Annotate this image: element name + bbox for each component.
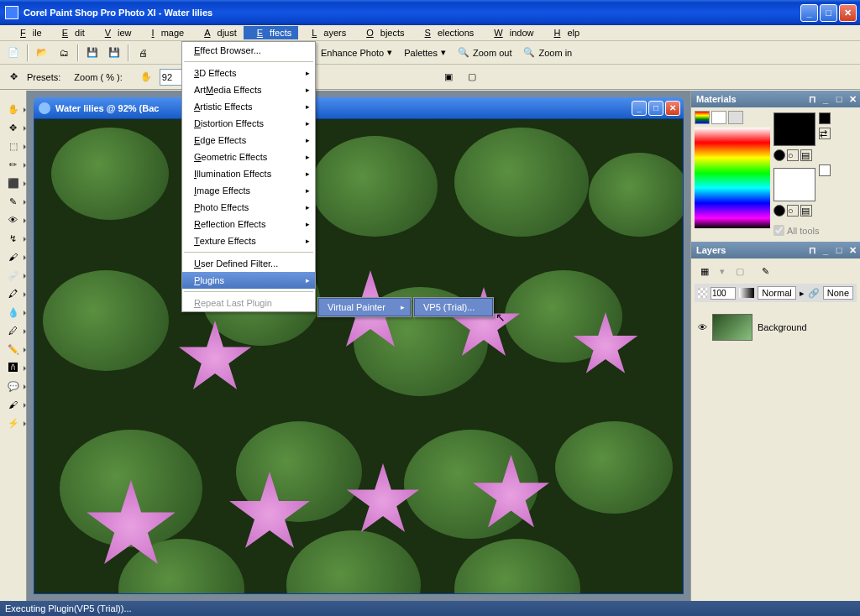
material-tab-3[interactable] (728, 111, 743, 124)
maximize-button[interactable]: □ (820, 4, 837, 22)
zoom-out-button[interactable]: 🔍 Zoom out (453, 44, 517, 62)
effects-item-reflection-effects[interactable]: Reflection Effects (182, 216, 315, 232)
effects-item-effect-browser-[interactable]: Effect Browser... (182, 42, 315, 59)
style-none-icon[interactable]: ○ (787, 149, 799, 161)
tool-13[interactable]: ✏️ (4, 341, 23, 358)
effects-item-illumination-effects[interactable]: Illumination Effects (182, 165, 315, 182)
effects-item-distortion-effects[interactable]: Distortion Effects (182, 115, 315, 132)
layer-fx-button[interactable]: ✎ (755, 262, 775, 280)
tool-0[interactable]: ✋ (4, 101, 23, 117)
material-tab-2[interactable] (711, 111, 726, 124)
menu-effects[interactable]: Effects (244, 26, 298, 39)
menu-view[interactable]: View (92, 26, 139, 39)
menu-window[interactable]: Window (480, 26, 540, 39)
tool-3[interactable]: ✏ (4, 156, 23, 173)
virtual-painter-item[interactable]: Virtual Painter (318, 298, 411, 316)
blend-mode-select[interactable]: Normal (758, 286, 795, 300)
menu-edit[interactable]: Edit (49, 26, 92, 39)
menubar[interactable]: FileEditViewImageAdjustEffectsLayersObje… (0, 25, 860, 41)
document-titlebar[interactable]: Water lilies @ 92% (Bac _ □ ✕ (34, 97, 684, 118)
tool-1[interactable]: ✥ (4, 119, 23, 136)
layer-visibility-icon[interactable]: 👁 (698, 322, 707, 332)
tool-12[interactable]: 🖊 (4, 322, 23, 339)
minimize-button[interactable]: _ (800, 4, 818, 22)
presets-icon[interactable]: ✥ (3, 68, 24, 86)
layer-link-select[interactable]: None (823, 286, 853, 300)
doc-minimize-button[interactable]: _ (632, 101, 647, 116)
tool-6[interactable]: 👁 (4, 211, 23, 228)
material-tab-1[interactable] (695, 111, 710, 124)
mini-swatch-1[interactable] (819, 112, 831, 124)
bg-style-solid-icon[interactable] (773, 205, 785, 217)
new-layer-button[interactable]: ▦ (695, 262, 715, 280)
menu-adjust[interactable]: Adjust (191, 26, 244, 39)
delete-layer-button[interactable]: ▢ (730, 262, 750, 280)
fit-window-icon[interactable]: ▣ (438, 68, 459, 86)
tool-14[interactable]: 🅰 (4, 359, 23, 376)
layer-link-icon[interactable]: 🔗 (808, 288, 820, 299)
effects-item-image-effects[interactable]: Image Effects (182, 182, 315, 199)
tool-4[interactable]: ⬛ (4, 175, 23, 191)
zoom-in-button[interactable]: 🔍 Zoom in (518, 44, 577, 62)
layers-max-icon[interactable]: □ (833, 245, 845, 256)
enhance-photo-button[interactable]: Enhance Photo ▾ (316, 44, 397, 62)
tool-2[interactable]: ⬚ (4, 138, 23, 154)
menu-file[interactable]: File (7, 26, 49, 39)
pin-icon[interactable]: ⊓ (806, 94, 818, 105)
tool-15[interactable]: 💬 (4, 378, 23, 394)
vp5-trial-item[interactable]: VP5 (Trial)... (414, 298, 493, 316)
tool-16[interactable]: 🖌 (4, 396, 23, 413)
menu-selections[interactable]: Selections (412, 26, 481, 39)
maximize-panel-icon[interactable]: □ (833, 94, 845, 105)
opacity-slider-icon[interactable] (739, 288, 754, 298)
style-solid-icon[interactable] (773, 149, 785, 161)
background-swatch[interactable] (773, 168, 815, 201)
open-button[interactable]: 📂 (32, 44, 52, 62)
close-button[interactable]: ✕ (839, 4, 857, 22)
effects-item-edge-effects[interactable]: Edge Effects (182, 132, 315, 149)
save-button[interactable]: 💾 (82, 44, 102, 62)
menu-image[interactable]: Image (139, 26, 191, 39)
minimize-panel-icon[interactable]: _ (820, 94, 831, 105)
layers-min-icon[interactable]: _ (820, 245, 831, 256)
layer-row[interactable]: 👁 Background (695, 311, 857, 344)
browse-button[interactable]: 🗂 (54, 44, 74, 62)
materials-panel-header[interactable]: Materials ⊓_□✕ (691, 91, 860, 107)
menu-layers[interactable]: Layers (298, 26, 353, 39)
tool-10[interactable]: 🖍 (4, 285, 23, 302)
effects-item-texture-effects[interactable]: Texture Effects (182, 232, 315, 249)
tool-9[interactable]: 🩹 (4, 267, 23, 284)
layers-panel-header[interactable]: Layers ⊓_□✕ (691, 242, 860, 258)
layers-pin-icon[interactable]: ⊓ (806, 245, 818, 256)
effects-item-user-defined-filter-[interactable]: User Defined Filter... (182, 255, 315, 272)
effects-item--d-effects[interactable]: 3D Effects (182, 65, 315, 81)
foreground-swatch[interactable] (773, 112, 815, 146)
layers-close-icon[interactable]: ✕ (847, 245, 858, 256)
swap-colors-icon[interactable]: ⇄ (819, 128, 831, 139)
style-pattern-icon[interactable]: ▤ (800, 149, 812, 161)
effects-item-artistic-effects[interactable]: Artistic Effects (182, 98, 315, 115)
pan-icon[interactable]: ✋ (136, 68, 156, 86)
menu-help[interactable]: Help (540, 26, 586, 39)
color-picker[interactable] (695, 128, 770, 228)
canvas[interactable] (34, 118, 684, 594)
bg-style-none-icon[interactable]: ○ (787, 205, 799, 217)
effects-item-art-media-effects[interactable]: Art Media Effects (182, 81, 315, 98)
tool-5[interactable]: ✎ (4, 193, 23, 210)
close-panel-icon[interactable]: ✕ (847, 94, 858, 105)
doc-maximize-button[interactable]: □ (648, 101, 663, 116)
tool-11[interactable]: 💧 (4, 304, 23, 321)
effects-item-photo-effects[interactable]: Photo Effects (182, 199, 315, 216)
palettes-button[interactable]: Palettes ▾ (399, 44, 451, 62)
tool-8[interactable]: 🖌 (4, 248, 23, 265)
effects-item-plugins[interactable]: Plugins (182, 272, 315, 289)
menu-objects[interactable]: Objects (353, 26, 411, 39)
save-all-button[interactable]: 💾 (104, 44, 124, 62)
effects-item-geometric-effects[interactable]: Geometric Effects (182, 149, 315, 165)
bg-style-pattern-icon[interactable]: ▤ (800, 205, 812, 217)
print-button[interactable]: 🖨 (133, 44, 153, 62)
layer-opacity-input[interactable] (711, 287, 736, 300)
actual-size-icon[interactable]: ▢ (462, 68, 482, 86)
tool-7[interactable]: ↯ (4, 230, 23, 247)
tool-17[interactable]: ⚡ (4, 415, 23, 431)
